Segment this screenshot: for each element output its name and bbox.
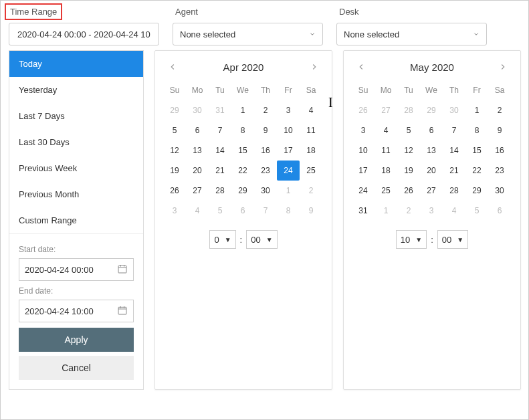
calendar-day[interactable]: 2 — [300, 181, 322, 201]
preset-last-30-days[interactable]: Last 30 Days — [9, 129, 143, 155]
calendar-day[interactable]: 25 — [375, 181, 397, 201]
calendar-day[interactable]: 28 — [397, 100, 420, 120]
calendar-day[interactable]: 28 — [209, 181, 231, 201]
cancel-button[interactable]: Cancel — [19, 356, 134, 380]
calendar-day[interactable]: 6 — [186, 120, 209, 140]
calendar-day[interactable]: 7 — [254, 201, 277, 221]
calendar-day[interactable]: 1 — [465, 100, 488, 120]
next-month-button[interactable] — [308, 60, 321, 74]
calendar-day[interactable]: 4 — [443, 201, 465, 221]
calendar-day[interactable]: 2 — [397, 201, 420, 221]
calendar-day[interactable]: 19 — [163, 161, 186, 181]
end-date-input[interactable]: 2020-04-24 10:00 — [19, 300, 134, 322]
calendar-day[interactable]: 30 — [488, 181, 511, 201]
calendar-day[interactable]: 9 — [254, 120, 277, 140]
calendar-day[interactable]: 21 — [443, 161, 465, 181]
calendar-day[interactable]: 23 — [254, 161, 277, 181]
calendar-day[interactable]: 19 — [397, 161, 420, 181]
calendar-day[interactable]: 2 — [488, 100, 511, 120]
calendar-day[interactable]: 2 — [254, 100, 277, 120]
calendar-day[interactable]: 3 — [352, 120, 375, 140]
calendar-day[interactable]: 16 — [488, 140, 511, 161]
preset-previous-month[interactable]: Previous Month — [9, 181, 143, 207]
calendar-day[interactable]: 10 — [277, 120, 300, 140]
calendar-day[interactable]: 8 — [277, 201, 300, 221]
calendar-day[interactable]: 17 — [352, 161, 375, 181]
calendar-day[interactable]: 12 — [397, 140, 420, 161]
calendar-day[interactable]: 26 — [163, 181, 186, 201]
calendar-day[interactable]: 5 — [209, 201, 231, 221]
calendar-day[interactable]: 4 — [300, 100, 322, 120]
calendar-day[interactable]: 24 — [277, 161, 300, 181]
calendar-day[interactable]: 25 — [300, 161, 322, 181]
minute-select-right[interactable]: 00▼ — [437, 230, 468, 249]
calendar-day[interactable]: 5 — [163, 120, 186, 140]
calendar-day[interactable]: 7 — [209, 120, 231, 140]
calendar-day[interactable]: 5 — [465, 201, 488, 221]
calendar-day[interactable]: 8 — [231, 120, 254, 140]
calendar-day[interactable]: 1 — [231, 100, 254, 120]
prev-month-button[interactable] — [354, 60, 368, 74]
calendar-day[interactable]: 21 — [209, 161, 231, 181]
calendar-day[interactable]: 16 — [254, 140, 277, 161]
hour-select-right[interactable]: 10▼ — [396, 230, 427, 249]
calendar-day[interactable]: 12 — [163, 140, 186, 161]
calendar-day[interactable]: 27 — [186, 181, 209, 201]
calendar-day[interactable]: 5 — [397, 120, 420, 140]
calendar-day[interactable]: 30 — [443, 100, 465, 120]
preset-today[interactable]: Today — [9, 51, 143, 77]
agent-dropdown[interactable]: None selected — [173, 23, 323, 45]
calendar-day[interactable]: 8 — [465, 120, 488, 140]
calendar-day[interactable]: 14 — [209, 140, 231, 161]
calendar-day[interactable]: 29 — [420, 100, 443, 120]
calendar-day[interactable]: 29 — [231, 181, 254, 201]
calendar-day[interactable]: 26 — [352, 100, 375, 120]
calendar-day[interactable]: 27 — [420, 181, 443, 201]
calendar-day[interactable]: 13 — [186, 140, 209, 161]
preset-previous-week[interactable]: Previous Week — [9, 155, 143, 181]
calendar-day[interactable]: 29 — [465, 181, 488, 201]
prev-month-button[interactable] — [166, 60, 179, 74]
calendar-day[interactable]: 14 — [443, 140, 465, 161]
time-range-input[interactable] — [9, 23, 159, 45]
calendar-day[interactable]: 1 — [375, 201, 397, 221]
calendar-day[interactable]: 9 — [488, 120, 511, 140]
calendar-day[interactable]: 6 — [488, 201, 511, 221]
calendar-day[interactable]: 3 — [277, 100, 300, 120]
calendar-day[interactable]: 27 — [375, 100, 397, 120]
calendar-day[interactable]: 11 — [375, 140, 397, 161]
calendar-day[interactable]: 18 — [375, 161, 397, 181]
start-date-input[interactable]: 2020-04-24 00:00 — [19, 258, 134, 281]
calendar-day[interactable]: 1 — [277, 181, 300, 201]
minute-select-left[interactable]: 00▼ — [246, 230, 277, 249]
calendar-day[interactable]: 15 — [465, 140, 488, 161]
apply-button[interactable]: Apply — [19, 328, 134, 352]
calendar-day[interactable]: 20 — [186, 161, 209, 181]
calendar-day[interactable]: 4 — [375, 120, 397, 140]
calendar-day[interactable]: 24 — [352, 181, 375, 201]
hour-select-left[interactable]: 0▼ — [209, 230, 235, 249]
calendar-day[interactable]: 15 — [231, 140, 254, 161]
calendar-day[interactable]: 23 — [488, 161, 511, 181]
calendar-day[interactable]: 3 — [163, 201, 186, 221]
calendar-day[interactable]: 20 — [420, 161, 443, 181]
calendar-day[interactable]: 6 — [231, 201, 254, 221]
calendar-day[interactable]: 30 — [254, 181, 277, 201]
time-range-field[interactable] — [16, 29, 152, 40]
desk-dropdown[interactable]: None selected — [336, 23, 487, 45]
calendar-day[interactable]: 28 — [443, 181, 465, 201]
calendar-day[interactable]: 26 — [397, 181, 420, 201]
calendar-day[interactable]: 29 — [163, 100, 186, 120]
calendar-day[interactable]: 13 — [420, 140, 443, 161]
calendar-day[interactable]: 9 — [300, 201, 322, 221]
calendar-day[interactable]: 17 — [277, 140, 300, 161]
calendar-day[interactable]: 30 — [186, 100, 209, 120]
preset-yesterday[interactable]: Yesterday — [9, 77, 143, 103]
preset-custom-range[interactable]: Custom Range — [9, 207, 143, 233]
calendar-day[interactable]: 7 — [443, 120, 465, 140]
next-month-button[interactable] — [496, 60, 510, 74]
calendar-day[interactable]: 10 — [352, 140, 375, 161]
calendar-day[interactable]: 31 — [352, 201, 375, 221]
calendar-day[interactable]: 3 — [420, 201, 443, 221]
calendar-day[interactable]: 11 — [300, 120, 322, 140]
